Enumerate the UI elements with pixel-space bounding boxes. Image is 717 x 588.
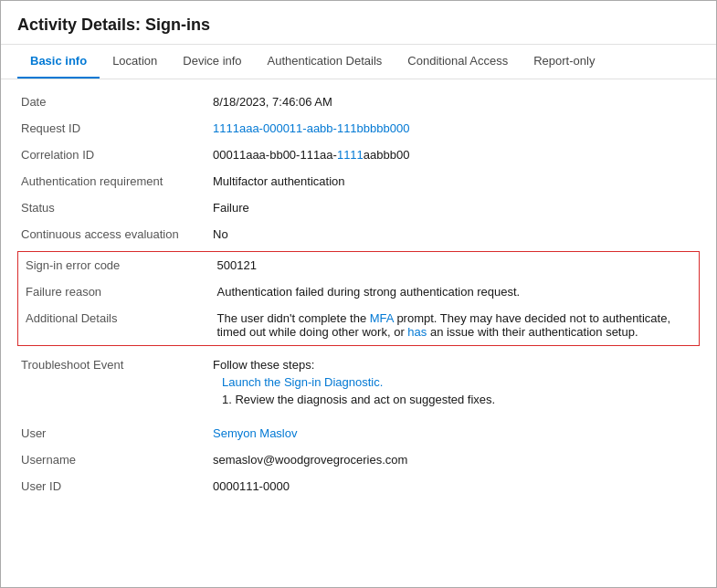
tab-report-only[interactable]: Report-only — [521, 45, 607, 79]
request-id-label: Request ID — [17, 115, 209, 142]
cae-row: Continuous access evaluation No — [17, 221, 700, 247]
auth-req-row: Authentication requirement Multifactor a… — [17, 168, 700, 194]
username-label: Username — [17, 446, 209, 473]
tab-device-info[interactable]: Device info — [170, 45, 254, 79]
additional-details-row: Additional Details The user didn't compl… — [18, 305, 700, 346]
error-code-label: Sign-in error code — [18, 252, 210, 279]
request-id-link[interactable]: 1111aaa-000011-aabb-111bbbbb000 — [213, 121, 409, 135]
review-step-text: 1. Review the diagnosis and act on sugge… — [222, 393, 495, 406]
activity-details-window: Activity Details: Sign-ins Basic info Lo… — [0, 0, 717, 588]
failure-reason-value: Authentication failed during strong auth… — [210, 278, 700, 305]
request-id-row: Request ID 1111aaa-000011-aabb-111bbbbb0… — [17, 115, 700, 142]
date-value: 8/18/2023, 7:46:06 AM — [209, 89, 700, 115]
date-label: Date — [17, 89, 209, 115]
additional-details-value: The user didn't complete the MFA prompt.… — [210, 305, 700, 346]
additional-details-label: Additional Details — [18, 305, 210, 346]
failure-reason-row: Failure reason Authentication failed dur… — [18, 278, 700, 305]
troubleshoot-row: Troubleshoot Event Follow these steps: L… — [17, 352, 700, 413]
user-link[interactable]: Semyon Maslov — [213, 426, 297, 440]
tab-auth-details[interactable]: Authentication Details — [255, 45, 395, 79]
auth-req-value: Multifactor authentication — [209, 168, 700, 194]
userid-label: User ID — [17, 473, 209, 499]
correlation-id-text: 00011aaa-bb00-111aa-1111aabbb00 — [213, 148, 409, 162]
launch-diagnostic-link[interactable]: Launch the Sign-in Diagnostic. — [222, 375, 696, 389]
username-value: semaslov@woodgrovegroceries.com — [209, 446, 700, 473]
error-detail-box: Sign-in error code 500121 Failure reason… — [17, 251, 700, 346]
userid-value: 0000111-0000 — [209, 473, 700, 499]
userid-row: User ID 0000111-0000 — [17, 473, 700, 499]
user-value: Semyon Maslov — [209, 420, 700, 446]
cae-label: Continuous access evaluation — [17, 221, 209, 247]
info-table: Date 8/18/2023, 7:46:06 AM Request ID 11… — [17, 89, 700, 247]
correlation-id-highlight: 1111 — [337, 148, 364, 162]
page-title: Activity Details: Sign-ins — [17, 16, 700, 35]
user-label: User — [17, 420, 209, 446]
title-bar: Activity Details: Sign-ins — [1, 1, 716, 45]
status-value: Failure — [209, 194, 700, 221]
tab-bar: Basic info Location Device info Authenti… — [1, 45, 716, 79]
mfa-highlight: MFA — [370, 311, 394, 325]
additional-details-text: The user didn't complete the MFA prompt.… — [217, 311, 671, 339]
correlation-id-row: Correlation ID 00011aaa-bb00-111aa-1111a… — [17, 142, 700, 168]
troubleshoot-label: Troubleshoot Event — [17, 352, 209, 413]
follow-steps-text: Follow these steps: — [213, 358, 696, 372]
failure-reason-label: Failure reason — [18, 278, 210, 305]
request-id-value: 1111aaa-000011-aabb-111bbbbb000 — [209, 115, 700, 142]
has-highlight: has — [407, 325, 427, 339]
correlation-id-label: Correlation ID — [17, 142, 209, 168]
tab-conditional-access[interactable]: Conditional Access — [395, 45, 521, 79]
username-row: Username semaslov@woodgrovegroceries.com — [17, 446, 700, 473]
status-label: Status — [17, 194, 209, 221]
content-area: Date 8/18/2023, 7:46:06 AM Request ID 11… — [1, 79, 716, 518]
troubleshoot-table: Troubleshoot Event Follow these steps: L… — [17, 352, 700, 413]
auth-req-label: Authentication requirement — [17, 168, 209, 194]
tab-basic-info[interactable]: Basic info — [17, 45, 100, 79]
user-row: User Semyon Maslov — [17, 420, 700, 446]
date-row: Date 8/18/2023, 7:46:06 AM — [17, 89, 700, 115]
troubleshoot-content: Follow these steps: Launch the Sign-in D… — [209, 352, 700, 413]
error-code-row: Sign-in error code 500121 — [18, 252, 700, 279]
correlation-id-value: 00011aaa-bb00-111aa-1111aabbb00 — [209, 142, 700, 168]
tab-location[interactable]: Location — [100, 45, 170, 79]
cae-value: No — [209, 221, 700, 247]
error-code-value: 500121 — [210, 252, 700, 279]
user-info-table: User Semyon Maslov Username semaslov@woo… — [17, 420, 700, 499]
status-row: Status Failure — [17, 194, 700, 221]
